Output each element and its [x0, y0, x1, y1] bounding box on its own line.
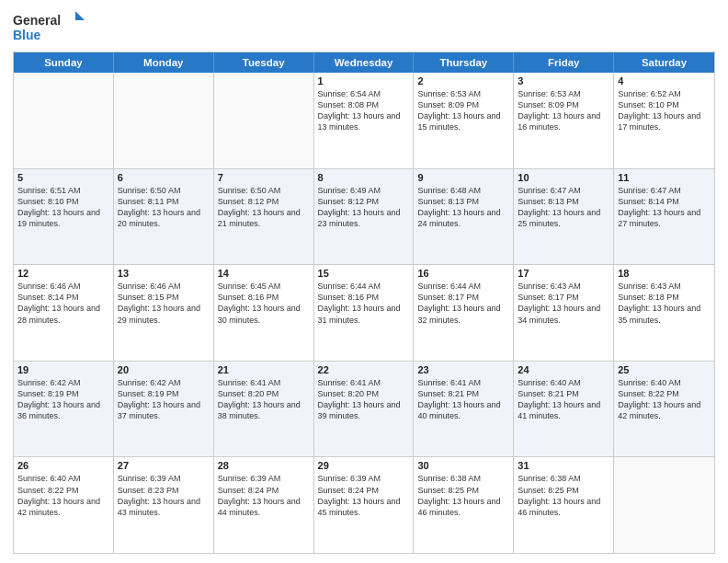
- day-number-21: 21: [218, 364, 310, 375]
- header: General Blue: [13, 9, 715, 46]
- day-number-7: 7: [218, 172, 310, 183]
- day-20: 20Sunrise: 6:42 AM Sunset: 8:19 PM Dayli…: [114, 362, 214, 457]
- day-number-20: 20: [118, 364, 210, 375]
- day-number-9: 9: [417, 172, 509, 183]
- day-31: 31Sunrise: 6:38 AM Sunset: 8:25 PM Dayli…: [514, 457, 614, 553]
- day-26: 26Sunrise: 6:40 AM Sunset: 8:22 PM Dayli…: [14, 457, 114, 553]
- week-row-5: 26Sunrise: 6:40 AM Sunset: 8:22 PM Dayli…: [14, 456, 714, 553]
- day-number-11: 11: [618, 172, 711, 183]
- day-info-13: Sunrise: 6:46 AM Sunset: 8:15 PM Dayligh…: [118, 281, 210, 326]
- logo-svg: General Blue: [13, 9, 86, 46]
- day-4: 4Sunrise: 6:52 AM Sunset: 8:10 PM Daylig…: [614, 73, 714, 168]
- empty-cell-0-2: [214, 73, 314, 168]
- day-info-27: Sunrise: 6:39 AM Sunset: 8:23 PM Dayligh…: [118, 473, 210, 518]
- day-number-19: 19: [17, 364, 109, 375]
- day-info-21: Sunrise: 6:41 AM Sunset: 8:20 PM Dayligh…: [218, 377, 310, 422]
- day-13: 13Sunrise: 6:46 AM Sunset: 8:15 PM Dayli…: [114, 265, 214, 361]
- day-number-15: 15: [318, 268, 410, 279]
- day-16: 16Sunrise: 6:44 AM Sunset: 8:17 PM Dayli…: [414, 265, 514, 361]
- day-number-6: 6: [118, 172, 210, 183]
- header-day-wednesday: Wednesday: [314, 52, 415, 73]
- day-number-2: 2: [417, 75, 509, 86]
- week-row-4: 19Sunrise: 6:42 AM Sunset: 8:19 PM Dayli…: [14, 361, 714, 457]
- day-number-29: 29: [318, 460, 410, 471]
- day-11: 11Sunrise: 6:47 AM Sunset: 8:14 PM Dayli…: [614, 169, 714, 265]
- day-info-3: Sunrise: 6:53 AM Sunset: 8:09 PM Dayligh…: [518, 88, 609, 133]
- header-day-thursday: Thursday: [414, 52, 514, 73]
- day-number-24: 24: [518, 364, 609, 375]
- calendar-header-row: SundayMondayTuesdayWednesdayThursdayFrid…: [14, 52, 714, 73]
- day-info-11: Sunrise: 6:47 AM Sunset: 8:14 PM Dayligh…: [618, 185, 711, 230]
- day-number-22: 22: [318, 364, 410, 375]
- week-row-2: 5Sunrise: 6:51 AM Sunset: 8:10 PM Daylig…: [14, 168, 714, 265]
- day-info-20: Sunrise: 6:42 AM Sunset: 8:19 PM Dayligh…: [118, 377, 210, 422]
- week-row-1: 1Sunrise: 6:54 AM Sunset: 8:08 PM Daylig…: [14, 73, 714, 168]
- day-8: 8Sunrise: 6:49 AM Sunset: 8:12 PM Daylig…: [314, 169, 415, 265]
- day-info-18: Sunrise: 6:43 AM Sunset: 8:18 PM Dayligh…: [618, 281, 711, 326]
- week-row-3: 12Sunrise: 6:46 AM Sunset: 8:14 PM Dayli…: [14, 264, 714, 361]
- day-number-8: 8: [318, 172, 410, 183]
- logo: General Blue: [13, 9, 86, 46]
- svg-text:General: General: [13, 13, 61, 28]
- empty-cell-0-1: [114, 73, 214, 168]
- day-24: 24Sunrise: 6:40 AM Sunset: 8:21 PM Dayli…: [514, 362, 614, 457]
- day-21: 21Sunrise: 6:41 AM Sunset: 8:20 PM Dayli…: [214, 362, 314, 457]
- day-number-27: 27: [118, 460, 210, 471]
- day-number-30: 30: [417, 460, 509, 471]
- day-number-4: 4: [618, 75, 711, 86]
- day-15: 15Sunrise: 6:44 AM Sunset: 8:16 PM Dayli…: [314, 265, 415, 361]
- day-number-28: 28: [218, 460, 310, 471]
- day-12: 12Sunrise: 6:46 AM Sunset: 8:14 PM Dayli…: [14, 265, 114, 361]
- day-7: 7Sunrise: 6:50 AM Sunset: 8:12 PM Daylig…: [214, 169, 314, 265]
- day-info-30: Sunrise: 6:38 AM Sunset: 8:25 PM Dayligh…: [417, 473, 509, 518]
- day-number-10: 10: [518, 172, 609, 183]
- day-info-17: Sunrise: 6:43 AM Sunset: 8:17 PM Dayligh…: [518, 281, 609, 326]
- calendar-body: 1Sunrise: 6:54 AM Sunset: 8:08 PM Daylig…: [14, 73, 714, 553]
- day-info-5: Sunrise: 6:51 AM Sunset: 8:10 PM Dayligh…: [17, 185, 109, 230]
- day-14: 14Sunrise: 6:45 AM Sunset: 8:16 PM Dayli…: [214, 265, 314, 361]
- empty-cell-0-0: [14, 73, 114, 168]
- day-info-26: Sunrise: 6:40 AM Sunset: 8:22 PM Dayligh…: [17, 473, 109, 518]
- day-info-15: Sunrise: 6:44 AM Sunset: 8:16 PM Dayligh…: [318, 281, 410, 326]
- day-number-13: 13: [118, 268, 210, 279]
- day-info-22: Sunrise: 6:41 AM Sunset: 8:20 PM Dayligh…: [318, 377, 410, 422]
- day-info-10: Sunrise: 6:47 AM Sunset: 8:13 PM Dayligh…: [518, 185, 609, 230]
- day-info-7: Sunrise: 6:50 AM Sunset: 8:12 PM Dayligh…: [218, 185, 310, 230]
- day-info-25: Sunrise: 6:40 AM Sunset: 8:22 PM Dayligh…: [618, 377, 711, 422]
- header-day-monday: Monday: [114, 52, 214, 73]
- day-number-14: 14: [218, 268, 310, 279]
- day-info-12: Sunrise: 6:46 AM Sunset: 8:14 PM Dayligh…: [17, 281, 109, 326]
- empty-cell-4-6: [614, 457, 714, 553]
- day-22: 22Sunrise: 6:41 AM Sunset: 8:20 PM Dayli…: [314, 362, 415, 457]
- day-number-12: 12: [17, 268, 109, 279]
- header-day-sunday: Sunday: [14, 52, 114, 73]
- day-5: 5Sunrise: 6:51 AM Sunset: 8:10 PM Daylig…: [14, 169, 114, 265]
- day-19: 19Sunrise: 6:42 AM Sunset: 8:19 PM Dayli…: [14, 362, 114, 457]
- day-6: 6Sunrise: 6:50 AM Sunset: 8:11 PM Daylig…: [114, 169, 214, 265]
- day-18: 18Sunrise: 6:43 AM Sunset: 8:18 PM Dayli…: [614, 265, 714, 361]
- day-number-25: 25: [618, 364, 711, 375]
- day-2: 2Sunrise: 6:53 AM Sunset: 8:09 PM Daylig…: [414, 73, 514, 168]
- day-info-23: Sunrise: 6:41 AM Sunset: 8:21 PM Dayligh…: [417, 377, 509, 422]
- svg-marker-2: [75, 11, 85, 20]
- day-info-2: Sunrise: 6:53 AM Sunset: 8:09 PM Dayligh…: [417, 88, 509, 133]
- day-info-19: Sunrise: 6:42 AM Sunset: 8:19 PM Dayligh…: [17, 377, 109, 422]
- day-info-8: Sunrise: 6:49 AM Sunset: 8:12 PM Dayligh…: [318, 185, 410, 230]
- day-29: 29Sunrise: 6:39 AM Sunset: 8:24 PM Dayli…: [314, 457, 415, 553]
- header-day-saturday: Saturday: [614, 52, 714, 73]
- day-info-28: Sunrise: 6:39 AM Sunset: 8:24 PM Dayligh…: [218, 473, 310, 518]
- day-info-14: Sunrise: 6:45 AM Sunset: 8:16 PM Dayligh…: [218, 281, 310, 326]
- day-10: 10Sunrise: 6:47 AM Sunset: 8:13 PM Dayli…: [514, 169, 614, 265]
- day-info-6: Sunrise: 6:50 AM Sunset: 8:11 PM Dayligh…: [118, 185, 210, 230]
- day-number-31: 31: [518, 460, 609, 471]
- day-27: 27Sunrise: 6:39 AM Sunset: 8:23 PM Dayli…: [114, 457, 214, 553]
- day-30: 30Sunrise: 6:38 AM Sunset: 8:25 PM Dayli…: [414, 457, 514, 553]
- page: General Blue SundayMondayTuesdayWednesda…: [0, 0, 728, 563]
- day-number-17: 17: [518, 268, 609, 279]
- day-info-16: Sunrise: 6:44 AM Sunset: 8:17 PM Dayligh…: [417, 281, 509, 326]
- day-23: 23Sunrise: 6:41 AM Sunset: 8:21 PM Dayli…: [414, 362, 514, 457]
- svg-text:Blue: Blue: [13, 28, 41, 42]
- day-info-29: Sunrise: 6:39 AM Sunset: 8:24 PM Dayligh…: [318, 473, 410, 518]
- calendar: SundayMondayTuesdayWednesdayThursdayFrid…: [13, 52, 715, 554]
- day-1: 1Sunrise: 6:54 AM Sunset: 8:08 PM Daylig…: [314, 73, 415, 168]
